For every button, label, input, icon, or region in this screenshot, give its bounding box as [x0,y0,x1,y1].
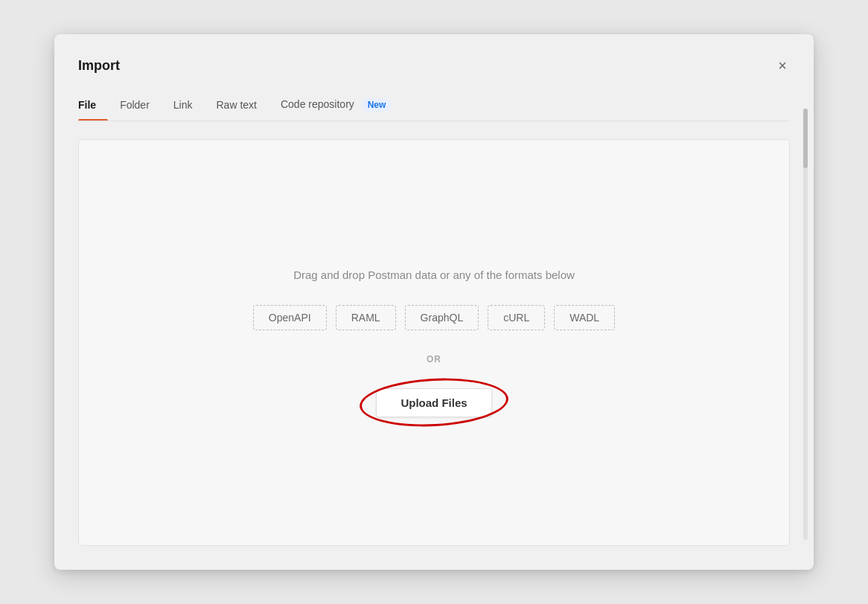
upload-button-wrapper: Upload Files [376,388,491,417]
scrollbar-thumb[interactable] [803,109,808,168]
format-chip-openapi[interactable]: OpenAPI [253,305,327,330]
format-chips: OpenAPI RAML GraphQL cURL WADL [253,305,615,330]
format-chip-graphql[interactable]: GraphQL [405,305,479,330]
import-modal: Import × File Folder Link Raw text Code … [54,34,814,570]
or-divider: OR [427,354,441,364]
scrollbar[interactable] [803,109,808,540]
tab-file[interactable]: File [78,91,108,120]
format-chip-curl[interactable]: cURL [488,305,545,330]
upload-files-button[interactable]: Upload Files [376,388,491,417]
close-button[interactable]: × [775,55,790,76]
drop-zone[interactable]: Drag and drop Postman data or any of the… [78,139,790,546]
format-chip-raml[interactable]: RAML [336,305,396,330]
modal-body: Drag and drop Postman data or any of the… [54,121,814,570]
modal-header: Import × [54,34,814,76]
tab-raw-text[interactable]: Raw text [205,91,269,120]
drag-drop-text: Drag and drop Postman data or any of the… [293,269,575,281]
new-badge: New [362,98,392,112]
tab-link[interactable]: Link [162,91,205,120]
format-chip-wadl[interactable]: WADL [554,305,615,330]
modal-title: Import [78,58,120,74]
tab-folder[interactable]: Folder [108,91,162,120]
tabs: File Folder Link Raw text Code repositor… [78,91,790,121]
tab-code-repository[interactable]: Code repository New [269,91,403,121]
tabs-container: File Folder Link Raw text Code repositor… [54,76,814,121]
